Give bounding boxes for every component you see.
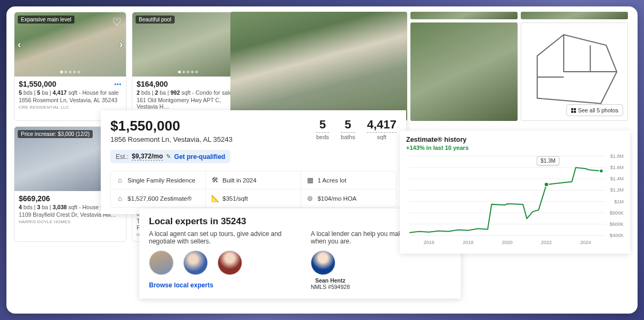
lot-icon: ▦ [306, 176, 314, 184]
listing-address: 161 Old Montgomery Hwy APT C, Vestavia H… [137, 97, 239, 110]
fact-item: ⌂$1,527,600 Zestimate® [111, 189, 206, 207]
carousel-dots [178, 71, 198, 73]
fact-item: ⊚$104/mo HOA [301, 189, 396, 207]
agent-avatar[interactable] [183, 250, 208, 275]
x-axis-label: 2024 [580, 240, 591, 245]
listing-tag: Expansive main level [18, 16, 74, 24]
fact-item: 📐$351/sqft [206, 189, 301, 207]
listing-broker: CRE RESIDENTIAL LLC [19, 105, 122, 110]
fact-item: ▦1 Acres lot [301, 171, 396, 189]
baths-label: baths [341, 134, 355, 140]
see-all-label: See all 5 photos [578, 107, 618, 113]
baths-value: 5 [341, 118, 355, 133]
chart-tooltip: $1.3M [537, 156, 559, 165]
chevron-right-icon[interactable]: › [119, 39, 123, 50]
zestimate-history-panel: Zestimate® history +143% in last 10 year… [400, 131, 630, 254]
listing-tag: Beautiful pool [136, 16, 175, 24]
x-axis-label: 2018 [463, 240, 474, 245]
svg-point-9 [600, 169, 603, 173]
property-detail-panel: $1,550,000 1856 Rosemont Ln, Vestavia, A… [101, 110, 406, 214]
y-axis-label: $1M [614, 199, 624, 204]
x-axis-label: 2020 [502, 240, 513, 245]
heart-icon[interactable]: ♡ [112, 16, 122, 28]
facts-grid: ⌂Single Family Residence 🛠Built in 2024 … [110, 171, 396, 208]
lender-name: Sean Hentz [311, 277, 350, 284]
photo-thumb[interactable] [521, 12, 628, 19]
beds-label: beds [316, 134, 329, 140]
listing-price: $1,550,000••• [19, 80, 122, 88]
chevron-left-icon[interactable]: ‹ [18, 39, 21, 50]
fact-item: ⌂Single Family Residence [111, 171, 206, 189]
beds-value: 5 [316, 118, 329, 133]
zestimate-delta: +143% in last 10 years [406, 144, 624, 151]
zestimate-title: Zestimate® history [406, 136, 624, 143]
floorplan-thumb[interactable]: See all 5 photos [521, 22, 628, 121]
y-axis-label: $1.6M [610, 165, 624, 170]
listing-broker: HARRIS DOYLE HOMES [19, 219, 122, 224]
y-axis-label: $600K [610, 222, 624, 227]
sqft-value: 4,417 [367, 118, 396, 133]
agent-text: A local agent can set up tours, give adv… [149, 230, 289, 245]
zestimate-chart[interactable]: $1.3M $400K$600K$800K$1M$1.2M$1.4M$1.6M$… [406, 153, 624, 244]
y-axis-label: $800K [610, 210, 624, 216]
home-icon: ⌂ [116, 176, 124, 184]
pencil-icon[interactable]: ✎ [166, 153, 171, 160]
listing-image[interactable]: Expansive main level ♡ ‹ › [14, 12, 126, 77]
sqft-label: sqft [367, 134, 396, 140]
y-axis-label: $1.4M [610, 176, 624, 181]
lender-avatar[interactable] [311, 250, 335, 275]
carousel-dots [61, 71, 80, 73]
zestimate-icon: ⌂ [116, 194, 124, 202]
listing-meta: 2 bds | 2 ba | 992 sqft - Condo for sale [137, 89, 239, 96]
y-axis-label: $1.8M [610, 154, 624, 159]
fact-item: 🛠Built in 2024 [206, 171, 301, 189]
photo-collage: See all 5 photos [230, 12, 628, 121]
listing-card[interactable]: Beautiful pool ♡ $164,900 2 bds | 2 ba |… [132, 12, 244, 121]
detail-price: $1,550,000 [110, 118, 233, 134]
photo-thumb[interactable] [410, 12, 518, 19]
see-all-photos-button[interactable]: See all 5 photos [566, 104, 623, 116]
more-icon[interactable]: ••• [114, 81, 122, 87]
hammer-icon: 🛠 [211, 176, 219, 184]
photo-thumb[interactable] [410, 22, 518, 121]
x-axis-label: 2016 [424, 240, 435, 245]
listing-address: 1856 Rosemont Ln, Vestavia, AL 35243 [19, 97, 122, 103]
agent-avatar[interactable] [149, 250, 174, 275]
y-axis-label: $400K [610, 233, 624, 238]
ruler-icon: 📐 [211, 194, 219, 202]
prequalify-link[interactable]: Get pre-qualified [174, 153, 225, 161]
agent-avatar[interactable] [218, 250, 242, 275]
svg-point-8 [544, 182, 549, 187]
listing-price: $164,900 [137, 80, 239, 88]
listing-image[interactable]: Beautiful pool ♡ [132, 12, 244, 77]
grid-icon [571, 108, 576, 113]
hoa-icon: ⊚ [306, 194, 314, 202]
x-axis-label: 2022 [541, 240, 552, 245]
listing-tag: Price increase: $3,000 (12/2) [18, 130, 93, 138]
listing-meta: 5 bds | 5 ba | 4,417 sqft - House for sa… [19, 89, 122, 96]
est-value: $9,372/mo [132, 153, 163, 161]
app-canvas: Expansive main level ♡ ‹ › $1,550,000•••… [6, 6, 638, 314]
lender-nmls: NMLS #594928 [311, 284, 350, 290]
browse-experts-link[interactable]: Browse local experts [149, 281, 289, 289]
detail-stats: 5beds 5baths 4,417sqft [316, 118, 396, 140]
hero-photo[interactable] [230, 12, 407, 121]
est-label: Est.: [116, 153, 129, 161]
detail-address: 1856 Rosemont Ln, Vestavia, AL 35243 [110, 135, 233, 143]
listing-card[interactable]: Expansive main level ♡ ‹ › $1,550,000•••… [14, 12, 126, 121]
estimate-pill: Est.: $9,372/mo ✎ Get pre-qualified [110, 150, 230, 163]
y-axis-label: $1.2M [610, 187, 624, 193]
